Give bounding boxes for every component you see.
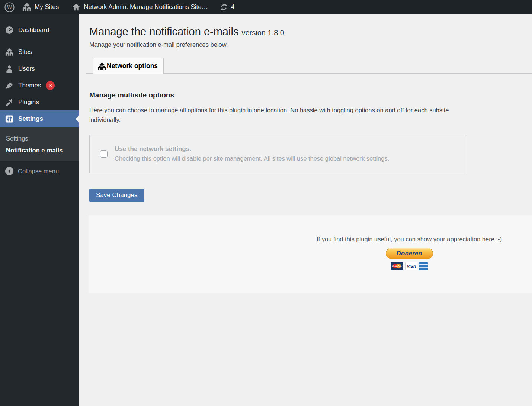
sidebar-item-label: Sites xyxy=(18,48,32,56)
mastercard-icon: MasterCard xyxy=(391,262,403,270)
main-content: Manage the notification e-mails version … xyxy=(79,14,532,406)
sidebar-item-plugins[interactable]: Plugins xyxy=(0,94,79,110)
sidebar-item-label: Users xyxy=(18,65,35,72)
network-settings-checkbox[interactable] xyxy=(100,150,108,158)
admin-bar: My Sites Network Admin: Manage Notificat… xyxy=(0,0,532,14)
tab-label: Network options xyxy=(107,62,158,70)
tab-bar: Network options xyxy=(86,58,532,74)
collapse-menu-button[interactable]: Collapse menu xyxy=(0,165,79,177)
submenu-item-notification-emails[interactable]: Notification e-mails xyxy=(0,144,79,156)
site-name-menu[interactable]: Network Admin: Manage Notifications Site… xyxy=(68,0,212,14)
submenu-item-settings[interactable]: Settings xyxy=(0,132,79,144)
themes-icon xyxy=(5,81,13,90)
page-title-text: Manage the notification e-mails xyxy=(89,26,238,38)
themes-update-badge: 3 xyxy=(46,81,55,90)
donation-message: If you find this plugin useful, you can … xyxy=(294,236,525,243)
my-sites-label: My Sites xyxy=(35,3,59,11)
sidebar-item-label: Dashboard xyxy=(18,26,49,34)
collapse-menu-label: Collapse menu xyxy=(18,168,59,175)
multisite-icon xyxy=(22,3,31,12)
home-icon xyxy=(72,3,80,11)
update-icon xyxy=(220,3,228,11)
sidebar-item-label: Plugins xyxy=(18,99,39,106)
dashboard-icon xyxy=(5,26,13,34)
page-title: Manage the notification e-mails version … xyxy=(89,25,532,38)
submenu-item-label: Notification e-mails xyxy=(6,147,63,154)
multisite-icon xyxy=(98,62,106,70)
visa-icon: VISA xyxy=(405,262,417,270)
sidebar-item-label: Themes xyxy=(18,82,41,89)
updates-menu[interactable]: 4 xyxy=(216,0,238,14)
wordpress-logo-icon xyxy=(4,2,15,12)
site-title: Network Admin: Manage Notifications Site… xyxy=(84,3,208,11)
my-sites-menu[interactable]: My Sites xyxy=(18,0,63,14)
donation-section: If you find this plugin useful, you can … xyxy=(89,215,532,293)
paypal-donate-button[interactable]: Doneren xyxy=(386,248,433,259)
sidebar-item-users[interactable]: Users xyxy=(0,60,79,77)
plugins-icon xyxy=(5,98,13,106)
sidebar-item-settings[interactable]: Settings xyxy=(0,110,79,127)
sidebar-item-sites[interactable]: Sites xyxy=(0,44,79,60)
section-heading: Manage multisite options xyxy=(89,91,532,99)
payment-cards-row: MasterCard VISA xyxy=(294,262,525,270)
wordpress-logo-menu[interactable] xyxy=(0,0,18,14)
option-text-block: Use the network settings. Checking this … xyxy=(115,145,389,162)
submenu-item-label: Settings xyxy=(6,135,28,142)
collapse-arrow-icon xyxy=(5,167,14,175)
page-subtitle: Manage your notification e-mail preferen… xyxy=(89,41,532,48)
plugin-version: version 1.8.0 xyxy=(241,29,284,37)
settings-submenu: Settings Notification e-mails xyxy=(0,127,79,161)
network-settings-option-box: Use the network settings. Checking this … xyxy=(89,135,466,173)
option-label: Use the network settings. xyxy=(115,145,389,153)
admin-sidebar: Dashboard Sites Users Themes 3 Plugins S… xyxy=(0,14,79,406)
sites-icon xyxy=(5,48,13,56)
sidebar-item-dashboard[interactable]: Dashboard xyxy=(0,22,79,38)
section-description: Here you can choose to manage all option… xyxy=(89,105,463,125)
users-icon xyxy=(5,65,13,73)
sidebar-item-label: Settings xyxy=(18,115,43,123)
update-count: 4 xyxy=(231,3,234,11)
tab-network-options[interactable]: Network options xyxy=(93,58,164,74)
option-description: Checking this option will disable per si… xyxy=(115,155,389,162)
sidebar-item-themes[interactable]: Themes 3 xyxy=(0,77,79,94)
menu-separator xyxy=(0,38,79,44)
american-express-icon xyxy=(419,262,428,270)
settings-icon xyxy=(5,115,13,123)
donation-column: If you find this plugin useful, you can … xyxy=(294,215,525,270)
save-changes-button[interactable]: Save Changes xyxy=(89,188,144,202)
